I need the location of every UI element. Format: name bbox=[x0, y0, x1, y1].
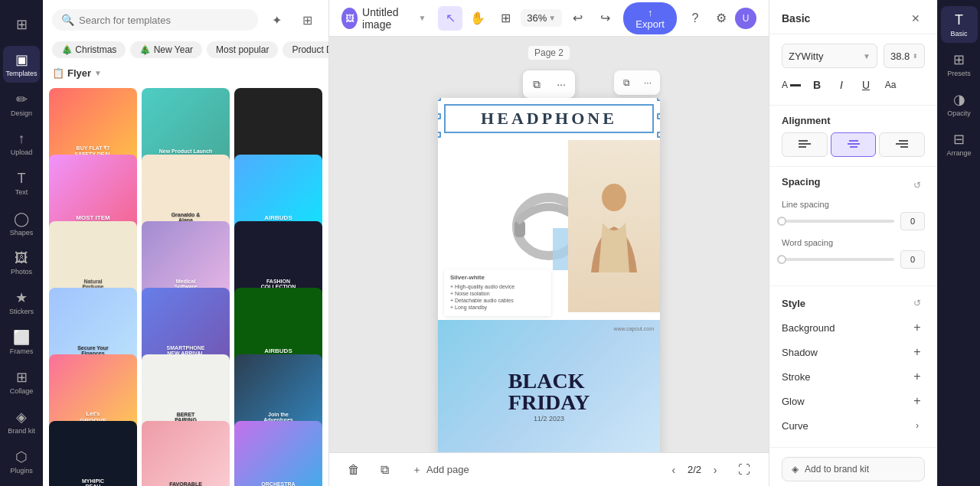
page-actions: ⧉ ··· bbox=[614, 70, 660, 95]
glow-label: Glow bbox=[782, 396, 805, 407]
template-card[interactable]: MYHIPICBEAU bbox=[49, 421, 137, 486]
sidebar-item-collage[interactable]: ⊞ Collage bbox=[3, 364, 40, 400]
shadow-add-button[interactable]: + bbox=[910, 344, 925, 360]
filter-button[interactable]: ⊞ bbox=[295, 8, 319, 32]
bf-date: 11/2 2023 bbox=[534, 415, 564, 422]
brand-kit-button[interactable]: ◈ Add to brand kit bbox=[782, 457, 925, 481]
selection-handle-tr[interactable] bbox=[657, 98, 660, 101]
category-newyear[interactable]: 🎄 New Year bbox=[130, 41, 202, 58]
sidebar-item-design[interactable]: ✏ Design bbox=[3, 86, 40, 122]
glow-style-row[interactable]: Glow + bbox=[782, 389, 925, 413]
canvas-page[interactable]: HEADPHONE UP TO 3 bbox=[438, 98, 660, 452]
word-spacing-slider[interactable] bbox=[782, 258, 894, 261]
page-action-copy[interactable]: ⧉ bbox=[617, 73, 635, 92]
expand-button[interactable]: ⛶ bbox=[732, 458, 756, 482]
selection-handle-ml[interactable] bbox=[438, 113, 441, 119]
selection-handle-mr[interactable] bbox=[657, 113, 660, 119]
background-add-button[interactable]: + bbox=[910, 320, 925, 335]
page-copy-button[interactable]: ⧉ bbox=[526, 73, 547, 95]
cursor-tool-button[interactable]: ↖ bbox=[438, 6, 462, 31]
category-product[interactable]: Product Display bbox=[283, 41, 328, 58]
italic-button[interactable]: I bbox=[831, 74, 852, 96]
redo-button[interactable]: ↪ bbox=[593, 6, 617, 31]
headphone-title-text[interactable]: HEADPHONE bbox=[444, 104, 654, 133]
panel-close-button[interactable]: ✕ bbox=[906, 9, 925, 28]
page-more-button[interactable]: ··· bbox=[550, 73, 572, 95]
sidebar-item-upload[interactable]: ↑ Upload bbox=[3, 126, 40, 162]
panel-tab-arrange[interactable]: ⊟ Arrange bbox=[941, 126, 978, 162]
panel-tab-basic[interactable]: T Basic bbox=[941, 6, 978, 43]
person-silhouette bbox=[583, 181, 645, 272]
category-christmas[interactable]: 🎄 Christmas bbox=[52, 41, 126, 58]
font-size-input[interactable]: 38.8 ⬍ bbox=[884, 44, 925, 68]
text-color-button[interactable]: A bbox=[782, 74, 803, 96]
flyer-header[interactable]: 📋 Flyer ▼ bbox=[43, 61, 328, 85]
underline-button[interactable]: U bbox=[855, 74, 877, 96]
curve-style-row[interactable]: Curve › bbox=[782, 413, 925, 438]
background-style-row[interactable]: Background + bbox=[782, 315, 925, 340]
copy-button[interactable]: ⧉ bbox=[372, 458, 397, 482]
undo-button[interactable]: ↩ bbox=[565, 6, 590, 31]
category-popular[interactable]: Most popular bbox=[207, 41, 278, 58]
upload-label: Upload bbox=[11, 148, 33, 156]
font-family-select[interactable]: ZYWitty ▼ bbox=[782, 44, 877, 68]
font-case-button[interactable]: Aa bbox=[880, 74, 901, 96]
export-button[interactable]: ↑ Export bbox=[623, 2, 677, 34]
sidebar-item-templates[interactable]: ▣ Templates bbox=[3, 46, 40, 83]
brandkit-icon: ◈ bbox=[16, 409, 27, 426]
template-card[interactable]: FAVORABLE bbox=[142, 421, 230, 486]
word-spacing-thumb[interactable] bbox=[777, 255, 786, 264]
sidebar-item-home[interactable]: ⊞ bbox=[3, 6, 40, 43]
settings-button[interactable]: ⚙ bbox=[709, 6, 733, 31]
topbar-tools: ↖ ✋ ⊞ 36% ▼ ↩ ↪ bbox=[438, 6, 617, 31]
prev-page-button[interactable]: ‹ bbox=[663, 459, 684, 481]
info-panel: Silver-white + High-quality audio device… bbox=[444, 269, 551, 316]
svg-rect-10 bbox=[899, 140, 908, 142]
help-button[interactable]: ? bbox=[683, 6, 707, 31]
hand-tool-button[interactable]: ✋ bbox=[466, 6, 490, 31]
spacing-label: Spacing bbox=[782, 176, 821, 188]
stroke-add-button[interactable]: + bbox=[910, 369, 925, 384]
panel-tab-opacity[interactable]: ◑ Opacity bbox=[941, 86, 978, 122]
template-card[interactable]: ORCHESTRA bbox=[234, 421, 322, 486]
grid-tool-button[interactable]: ⊞ bbox=[493, 6, 518, 31]
style-refresh-button[interactable]: ↺ bbox=[910, 295, 925, 311]
doc-title-wrap[interactable]: 🖼 Untitled image ▼ bbox=[341, 6, 426, 31]
panel-tab-presets[interactable]: ⊞ Presets bbox=[941, 46, 978, 83]
user-avatar-button[interactable]: U bbox=[735, 8, 756, 29]
bold-button[interactable]: B bbox=[806, 74, 828, 96]
trash-button[interactable]: 🗑 bbox=[341, 458, 366, 482]
sidebar-item-plugins[interactable]: ⬡ Plugins bbox=[3, 443, 40, 480]
svg-rect-8 bbox=[848, 143, 860, 145]
glow-add-button[interactable]: + bbox=[910, 393, 925, 409]
sidebar-item-frames[interactable]: ⬜ Frames bbox=[3, 324, 40, 360]
stroke-style-row[interactable]: Stroke + bbox=[782, 364, 925, 389]
selection-handle-bl[interactable] bbox=[438, 132, 441, 138]
curve-add-button[interactable]: › bbox=[910, 418, 925, 433]
line-spacing-slider[interactable] bbox=[782, 220, 894, 223]
sidebar-item-brandkit[interactable]: ◈ Brand kit bbox=[3, 403, 40, 440]
spacing-header: Spacing ↺ bbox=[782, 176, 925, 194]
word-spacing-value: 0 bbox=[900, 250, 925, 269]
line-spacing-value: 0 bbox=[900, 212, 925, 230]
selection-handle-br[interactable] bbox=[657, 132, 660, 138]
sidebar-item-photos[interactable]: 🖼 Photos bbox=[3, 245, 40, 282]
sidebar-item-stickers[interactable]: ★ Stickers bbox=[3, 284, 40, 321]
align-left-button[interactable] bbox=[782, 132, 828, 157]
search-input-wrap[interactable]: 🔍 bbox=[52, 9, 258, 31]
align-right-button[interactable] bbox=[879, 132, 925, 157]
shadow-style-row[interactable]: Shadow + bbox=[782, 340, 925, 364]
line-spacing-thumb[interactable] bbox=[777, 217, 786, 226]
search-input[interactable] bbox=[79, 15, 249, 26]
page-action-more[interactable]: ··· bbox=[639, 73, 657, 92]
selection-handle-tl[interactable] bbox=[438, 98, 441, 101]
sidebar-item-text[interactable]: T Text bbox=[3, 165, 40, 202]
zoom-control[interactable]: 36% ▼ bbox=[521, 9, 562, 27]
magic-wand-button[interactable]: ✦ bbox=[264, 8, 289, 32]
next-page-button[interactable]: › bbox=[704, 459, 726, 481]
add-page-button[interactable]: ＋ Add page bbox=[403, 458, 479, 481]
spacing-refresh-button[interactable]: ↺ bbox=[910, 178, 925, 193]
canvas-viewport[interactable]: Page 2 ⧉ ··· ⧉ ··· HEADPHONE bbox=[329, 37, 769, 452]
sidebar-item-shapes[interactable]: ◯ Shapes bbox=[3, 205, 40, 242]
align-center-button[interactable] bbox=[831, 132, 877, 157]
